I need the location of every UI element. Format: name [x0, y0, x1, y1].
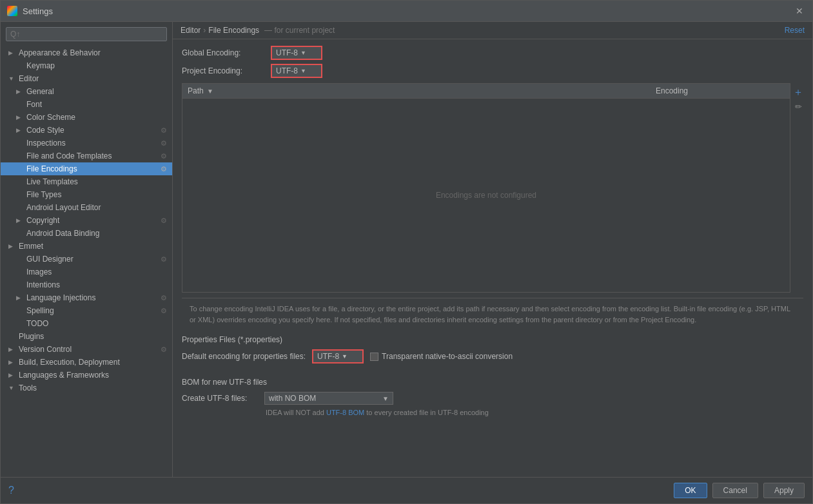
- properties-section: Properties Files (*.properties) Default …: [182, 330, 803, 373]
- sidebar-item-color-scheme[interactable]: ▶ Color Scheme: [1, 111, 172, 124]
- sidebar-label: Inspections: [26, 139, 66, 148]
- sidebar-label: General: [26, 87, 54, 96]
- sidebar-item-font[interactable]: Font: [1, 98, 172, 111]
- cancel-button[interactable]: Cancel: [712, 483, 758, 498]
- transparent-label: Transparent native-to-ascii conversion: [382, 352, 513, 361]
- sidebar-item-keymap[interactable]: Keymap: [1, 59, 172, 72]
- help-icon[interactable]: ?: [8, 485, 14, 496]
- settings-gear-icon: ⚙: [161, 217, 167, 225]
- sidebar-item-todo[interactable]: TODO: [1, 317, 172, 330]
- bom-link[interactable]: UTF-8 BOM: [326, 409, 364, 416]
- settings-gear-icon: ⚙: [161, 294, 167, 302]
- sidebar-item-copyright[interactable]: ▶ Copyright ⚙: [1, 214, 172, 227]
- properties-section-label: Properties Files (*.properties): [182, 335, 803, 344]
- expand-arrow: ▶: [8, 372, 16, 378]
- app-icon: [7, 6, 17, 16]
- bom-note: IDEA will NOT add UTF-8 BOM to every cre…: [182, 409, 803, 416]
- create-utf8-select-wrap[interactable]: with NO BOM ▼: [264, 392, 393, 405]
- sidebar-item-android-data-binding[interactable]: Android Data Binding: [1, 227, 172, 240]
- sidebar-label: Live Templates: [26, 177, 78, 186]
- sidebar-label: Android Layout Editor: [26, 203, 101, 212]
- sidebar-label: Android Data Binding: [26, 229, 99, 238]
- settings-gear-icon: ⚙: [161, 126, 167, 135]
- dropdown-arrow-icon: ▼: [382, 395, 389, 402]
- bom-section-label: BOM for new UTF-8 files: [182, 378, 803, 387]
- breadcrumb: Editor › File Encodings — for current pr…: [181, 26, 335, 35]
- info-text: To change encoding IntelliJ IDEA uses fo…: [182, 298, 803, 330]
- sidebar-item-version-control[interactable]: ▶ Version Control ⚙: [1, 343, 172, 356]
- sidebar-label: Tools: [19, 383, 37, 393]
- expand-arrow: ▶: [8, 50, 16, 56]
- expand-arrow: ▶: [16, 295, 24, 301]
- sidebar-item-emmet[interactable]: ▶ Emmet: [1, 240, 172, 253]
- settings-dialog: Settings ✕ ▶ Appearance & Behavior Keyma…: [0, 0, 813, 504]
- sidebar-item-inspections[interactable]: Inspections ⚙: [1, 137, 172, 150]
- sidebar-item-android-layout-editor[interactable]: Android Layout Editor: [1, 201, 172, 214]
- global-encoding-value: UTF-8: [276, 48, 298, 57]
- expand-arrow: ▼: [8, 75, 16, 82]
- default-encoding-dropdown[interactable]: UTF-8 ▼: [312, 349, 364, 363]
- sidebar-item-general[interactable]: ▶ General: [1, 85, 172, 98]
- bom-section: BOM for new UTF-8 files Create UTF-8 fil…: [182, 373, 803, 422]
- sidebar-item-build[interactable]: ▶ Build, Execution, Deployment: [1, 356, 172, 369]
- expand-arrow: ▼: [8, 385, 16, 391]
- sidebar-item-language-injections[interactable]: ▶ Language Injections ⚙: [1, 291, 172, 304]
- search-input[interactable]: [6, 27, 167, 41]
- sidebar-label: Font: [26, 100, 42, 109]
- default-encoding-value: UTF-8: [317, 352, 339, 361]
- sidebar-label: Editor: [19, 74, 39, 83]
- expand-arrow: ▶: [8, 243, 16, 249]
- table-body-empty: Encodings are not configured: [182, 99, 790, 292]
- default-encoding-row: Default encoding for properties files: U…: [182, 349, 803, 363]
- sidebar-label: Spelling: [26, 306, 54, 315]
- col-encoding: Encoding: [656, 86, 785, 95]
- title-bar-left: Settings: [7, 6, 53, 16]
- sidebar-item-images[interactable]: Images: [1, 266, 172, 278]
- sidebar-item-code-style[interactable]: ▶ Code Style ⚙: [1, 124, 172, 137]
- sidebar-item-spelling[interactable]: Spelling ⚙: [1, 304, 172, 317]
- table-header: Path ▼ Encoding: [182, 84, 790, 99]
- apply-button[interactable]: Apply: [763, 483, 805, 498]
- sidebar-item-editor[interactable]: ▼ Editor: [1, 72, 172, 85]
- global-encoding-dropdown[interactable]: UTF-8 ▼: [271, 46, 322, 60]
- project-encoding-dropdown[interactable]: UTF-8 ▼: [271, 64, 322, 78]
- encodings-table-wrapper: Path ▼ Encoding Encodings are not config…: [182, 83, 803, 293]
- sidebar-item-appearance[interactable]: ▶ Appearance & Behavior: [1, 46, 172, 59]
- main-panel: Editor › File Encodings — for current pr…: [173, 22, 812, 477]
- expand-arrow: ▶: [16, 114, 24, 121]
- sidebar-label: Appearance & Behavior: [19, 48, 101, 57]
- sidebar-item-file-types[interactable]: File Types: [1, 188, 172, 201]
- add-encoding-button[interactable]: ＋: [793, 86, 803, 99]
- sidebar-label: Images: [26, 267, 52, 276]
- dialog-title: Settings: [23, 6, 53, 16]
- sidebar-label: Language Injections: [26, 293, 95, 302]
- create-utf8-row: Create UTF-8 files: with NO BOM ▼: [182, 392, 803, 405]
- expand-arrow: ▶: [8, 359, 16, 365]
- encodings-table: Path ▼ Encoding Encodings are not config…: [182, 83, 790, 293]
- search-box: [1, 24, 172, 44]
- sidebar-item-languages[interactable]: ▶ Languages & Frameworks: [1, 369, 172, 382]
- dropdown-arrow-icon: ▼: [300, 50, 306, 56]
- reset-link[interactable]: Reset: [785, 26, 805, 35]
- sidebar-item-live-templates[interactable]: Live Templates: [1, 175, 172, 188]
- sidebar: ▶ Appearance & Behavior Keymap ▼ Editor …: [1, 22, 173, 477]
- sidebar-label: Version Control: [19, 345, 72, 354]
- sidebar-label: Color Scheme: [26, 113, 75, 122]
- close-button[interactable]: ✕: [793, 5, 806, 17]
- ok-button[interactable]: OK: [674, 483, 707, 498]
- sidebar-item-gui-designer[interactable]: GUI Designer ⚙: [1, 253, 172, 266]
- global-encoding-row: Global Encoding: UTF-8 ▼: [182, 46, 803, 60]
- sidebar-item-intentions[interactable]: Intentions: [1, 278, 172, 291]
- create-utf8-value: with NO BOM: [269, 394, 316, 403]
- transparent-checkbox[interactable]: [370, 353, 378, 361]
- col-path: Path ▼: [188, 86, 656, 95]
- project-encoding-label: Project Encoding:: [182, 66, 266, 75]
- sidebar-item-tools[interactable]: ▼ Tools: [1, 382, 172, 394]
- breadcrumb-file-encodings: File Encodings: [208, 26, 259, 35]
- sidebar-label: GUI Designer: [26, 255, 73, 264]
- content-area: ▶ Appearance & Behavior Keymap ▼ Editor …: [1, 22, 812, 477]
- edit-encoding-button[interactable]: ✏: [793, 102, 803, 111]
- sidebar-item-plugins[interactable]: Plugins: [1, 330, 172, 343]
- sidebar-item-file-encodings[interactable]: File Encodings ⚙: [1, 162, 172, 175]
- sidebar-item-file-and-code-templates[interactable]: File and Code Templates ⚙: [1, 150, 172, 162]
